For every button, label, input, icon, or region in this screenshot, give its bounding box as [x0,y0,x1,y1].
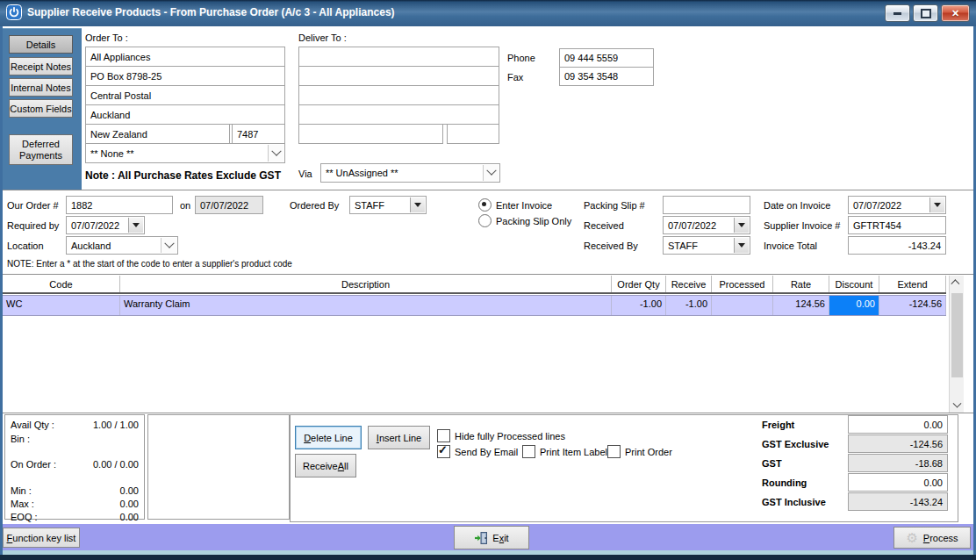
print-item-labels-checkbox-row[interactable]: Print Item Labels [522,445,613,458]
location-dropdown[interactable]: Auckland [66,236,178,255]
our-order-label: Our Order # [7,200,59,211]
col-header-processed[interactable]: Processed [712,276,773,292]
tab-internal-notes[interactable]: Internal Notes [9,78,73,97]
order-to-address1-field[interactable]: PO Box 8798-25 [85,66,285,86]
cell-order-qty[interactable]: -1.00 [612,296,666,315]
tab-details[interactable]: Details [9,35,73,54]
col-header-discount[interactable]: Discount [829,276,879,292]
hide-processed-label: Hide fully Processed lines [455,431,565,442]
send-by-email-checkbox[interactable] [437,445,450,458]
enter-invoice-radio[interactable] [478,198,492,212]
deliver-to-postcode-field[interactable] [447,124,499,144]
chevron-down-icon[interactable] [483,165,499,181]
received-dropdown[interactable]: 07/07/2022 [663,216,750,234]
print-item-labels-checkbox[interactable] [522,445,535,458]
grid-scrollbar[interactable] [949,276,964,413]
chevron-down-icon[interactable] [161,238,176,253]
deliver-to-line1-field[interactable] [298,47,499,67]
order-to-address2-field[interactable]: Central Postal [85,85,285,105]
enter-invoice-radio-row[interactable]: Enter Invoice [478,198,552,212]
process-button[interactable]: ⚙ Process [893,527,971,549]
col-header-rate[interactable]: Rate [773,276,829,292]
fax-field[interactable]: 09 354 3548 [559,67,654,86]
max-value: 0.00 [120,499,139,509]
col-header-order-qty[interactable]: Order Qty [612,276,666,292]
tab-receipt-notes[interactable]: Receipt Notes [9,57,73,75]
tab-custom-fields[interactable]: Custom Fields [9,99,73,118]
gst-label: GST [762,458,782,469]
freight-field[interactable]: 0.00 [848,415,948,434]
gst-inclusive-label: GST Inclusive [762,497,826,507]
on-order-value: 0.00 / 0.00 [93,459,139,470]
chevron-down-icon[interactable] [268,145,283,162]
supplier-invoice-field[interactable]: GFTRT454 [848,216,946,234]
deliver-to-line2-field[interactable] [298,66,499,86]
invoice-total-field[interactable]: -143.24 [848,236,946,255]
delete-line-button[interactable]: Delete Line [295,426,362,449]
cell-description[interactable]: Warranty Claim [120,296,612,315]
scrollbar-thumb[interactable] [951,293,963,377]
exit-button[interactable]: Exit [454,526,529,549]
date-on-invoice-dropdown[interactable]: 07/07/2022 [848,196,946,214]
window-bottom-edge [0,555,976,560]
our-order-field[interactable]: 1882 [66,196,173,214]
dropdown-arrow-icon[interactable] [929,197,944,212]
packing-slip-only-radio[interactable] [478,214,492,227]
hide-processed-checkbox-row[interactable]: Hide fully Processed lines [437,429,565,442]
ordered-by-dropdown[interactable]: STAFF [349,196,427,214]
minimize-button[interactable] [885,4,910,22]
via-dropdown[interactable]: ** UnAssigned ** [320,163,500,183]
cell-extend[interactable]: -124.56 [879,296,946,315]
scroll-down-icon[interactable] [950,398,965,413]
order-to-city-field[interactable]: Auckland [85,104,285,125]
stock-stats-panel: Avail Qty : 1.00 / 1.00 Bin : On Order :… [4,414,145,520]
order-to-country-field[interactable]: New Zealand [85,124,230,144]
phone-label: Phone [507,53,535,63]
dropdown-arrow-icon[interactable] [128,218,143,233]
dropdown-arrow-icon[interactable] [734,238,749,253]
eoq-value: 0.00 [120,512,139,522]
received-by-dropdown[interactable]: STAFF [663,236,750,255]
dropdown-arrow-icon[interactable] [734,218,749,233]
restore-button[interactable] [913,4,938,22]
required-by-dropdown[interactable]: 07/07/2022 [66,216,145,234]
order-date-field: 07/07/2022 [195,196,263,214]
print-order-checkbox[interactable] [607,445,621,458]
close-button[interactable]: ✕ [941,4,970,22]
order-to-contact-dropdown[interactable]: ** None ** [85,143,285,163]
print-order-checkbox-row[interactable]: Print Order [607,445,672,458]
section-divider [3,190,973,190]
order-to-name-field[interactable]: All Appliances [85,47,285,67]
function-key-list-button[interactable]: Function key list [3,528,80,548]
cell-processed[interactable] [712,296,773,315]
cell-rate[interactable]: 124.56 [773,296,829,315]
table-row[interactable]: WC Warranty Claim -1.00 -1.00 124.56 0.0… [3,295,946,316]
col-header-code[interactable]: Code [3,276,120,292]
col-header-extend[interactable]: Extend [879,276,946,292]
cell-receive[interactable]: -1.00 [666,296,712,315]
insert-line-button[interactable]: Insert Line [368,426,430,449]
dropdown-arrow-icon[interactable] [410,197,425,212]
order-to-postcode-field[interactable]: 7487 [232,124,285,144]
deliver-to-line3-field[interactable] [298,85,499,105]
deliver-to-line5-field[interactable] [298,124,443,144]
scroll-up-icon[interactable] [950,276,965,290]
hide-processed-checkbox[interactable] [437,429,450,442]
app-power-icon [6,4,22,20]
rounding-field[interactable]: 0.00 [848,473,948,492]
cell-code[interactable]: WC [3,296,120,315]
phone-field[interactable]: 09 444 5559 [559,48,654,68]
packing-slip-field[interactable] [663,196,750,214]
col-header-description[interactable]: Description [120,276,612,292]
deliver-to-line4-field[interactable] [298,104,499,125]
avail-qty-label: Avail Qty : [11,420,54,430]
receive-all-button[interactable]: Receive All [295,454,356,477]
fax-label: Fax [507,72,523,83]
packing-slip-only-radio-row[interactable]: Packing Slip Only [478,214,571,227]
gst-field: -18.68 [848,454,948,472]
cell-discount-selected[interactable]: 0.00 [829,296,879,315]
restore-icon [921,9,931,18]
col-header-receive[interactable]: Receive [666,276,712,292]
send-by-email-checkbox-row[interactable]: Send By Email [437,445,518,458]
deferred-payments-button[interactable]: Deferred Payments [9,134,73,165]
